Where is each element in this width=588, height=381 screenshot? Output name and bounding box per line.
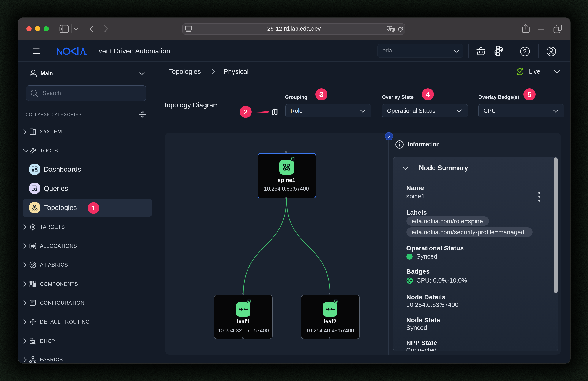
svg-text:?: ? [523,48,527,55]
